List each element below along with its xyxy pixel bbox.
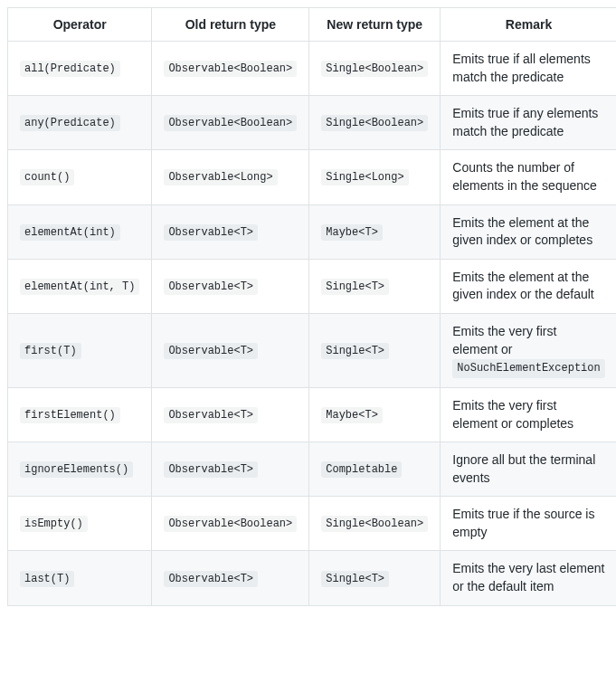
table-row: any(Predicate) Observable<Boolean> Singl…	[8, 96, 617, 150]
cell-new-return: Single<Boolean>	[309, 497, 441, 551]
cell-operator: ignoreElements()	[8, 442, 152, 497]
operator-code: first(T)	[20, 343, 81, 359]
old-return-code: Observable<T>	[164, 343, 258, 359]
remark-text: Counts the number of elements in the seq…	[452, 160, 597, 193]
cell-new-return: Single<Boolean>	[309, 96, 441, 150]
cell-remark: Emits the very first element or complete…	[441, 387, 616, 441]
cell-old-return: Observable<T>	[152, 387, 309, 441]
cell-operator: first(T)	[8, 313, 152, 387]
new-return-code: Single<Boolean>	[321, 61, 428, 77]
old-return-code: Observable<T>	[164, 224, 258, 241]
operator-code: isEmpty()	[20, 516, 88, 532]
remark-text: Emits the very last element or the defau…	[452, 561, 604, 593]
cell-remark: Emits true if the source is empty	[441, 497, 616, 551]
operator-code: ignoreElements()	[20, 461, 133, 478]
cell-new-return: Single<T>	[309, 259, 441, 313]
old-return-code: Observable<Boolean>	[164, 115, 297, 131]
cell-new-return: Single<Long>	[309, 150, 441, 204]
new-return-code: Completable	[321, 461, 402, 478]
cell-new-return: Maybe<T>	[309, 387, 441, 441]
cell-operator: any(Predicate)	[8, 96, 152, 150]
operator-code: any(Predicate)	[20, 115, 120, 131]
cell-new-return: Completable	[309, 442, 441, 497]
new-return-code: Maybe<T>	[321, 407, 383, 423]
cell-old-return: Observable<T>	[152, 204, 309, 259]
header-remark: Remark	[441, 8, 616, 42]
cell-remark: Emits the very last element or the defau…	[441, 551, 616, 605]
cell-operator: last(T)	[8, 551, 152, 605]
remark-text: Emits true if all elements match the pre…	[452, 52, 591, 84]
cell-remark: Emits the very first element or NoSuchEl…	[441, 313, 616, 387]
table-row: last(T) Observable<T> Single<T> Emits th…	[8, 551, 617, 605]
table-row: first(T) Observable<T> Single<T> Emits t…	[8, 313, 617, 387]
cell-remark: Emits the element at the given index or …	[441, 204, 616, 259]
cell-operator: firstElement()	[8, 387, 152, 441]
cell-new-return: Single<T>	[309, 313, 441, 387]
old-return-code: Observable<Boolean>	[164, 516, 297, 532]
remark-text: Emits the very first element or	[452, 324, 556, 356]
cell-old-return: Observable<Boolean>	[152, 96, 309, 150]
operator-code: all(Predicate)	[20, 61, 120, 77]
remark-code: NoSuchElementException	[452, 359, 604, 378]
old-return-code: Observable<Boolean>	[164, 61, 297, 77]
new-return-code: Single<Boolean>	[321, 516, 428, 532]
new-return-code: Single<T>	[321, 571, 389, 587]
table-row: ignoreElements() Observable<T> Completab…	[8, 442, 617, 497]
cell-remark: Emits true if any elements match the pre…	[441, 96, 616, 150]
table-row: all(Predicate) Observable<Boolean> Singl…	[8, 42, 617, 96]
cell-operator: elementAt(int)	[8, 204, 152, 259]
operator-code: firstElement()	[20, 407, 120, 423]
new-return-code: Single<T>	[321, 343, 389, 359]
cell-new-return: Maybe<T>	[309, 204, 441, 259]
remark-text: Emits the element at the given index or …	[452, 215, 592, 248]
cell-old-return: Observable<Boolean>	[152, 42, 309, 96]
cell-old-return: Observable<T>	[152, 259, 309, 313]
table-row: firstElement() Observable<T> Maybe<T> Em…	[8, 387, 617, 441]
cell-old-return: Observable<Long>	[152, 150, 309, 204]
cell-old-return: Observable<T>	[152, 313, 309, 387]
remark-text: Emits the very first element or complete…	[452, 398, 573, 431]
old-return-code: Observable<T>	[164, 461, 258, 478]
operator-code: count()	[20, 169, 74, 185]
cell-remark: Emits true if all elements match the pre…	[441, 42, 616, 96]
table-header-row: Operator Old return type New return type…	[8, 8, 617, 42]
table-row: elementAt(int) Observable<T> Maybe<T> Em…	[8, 204, 617, 259]
cell-new-return: Single<T>	[309, 551, 441, 605]
operator-comparison-table: Operator Old return type New return type…	[7, 7, 616, 606]
cell-operator: all(Predicate)	[8, 42, 152, 96]
table-row: count() Observable<Long> Single<Long> Co…	[8, 150, 617, 204]
cell-remark: Emits the element at the given index or …	[441, 259, 616, 313]
table-row: elementAt(int, T) Observable<T> Single<T…	[8, 259, 617, 313]
remark-text: Ignore all but the terminal events	[452, 452, 595, 485]
cell-old-return: Observable<T>	[152, 442, 309, 497]
header-operator: Operator	[8, 8, 152, 42]
new-return-code: Single<Long>	[321, 169, 408, 185]
header-old-return: Old return type	[152, 8, 309, 42]
operator-code: elementAt(int, T)	[20, 279, 139, 295]
header-new-return: New return type	[309, 8, 441, 42]
operator-code: last(T)	[20, 571, 74, 587]
remark-text: Emits true if any elements match the pre…	[452, 106, 598, 138]
cell-operator: isEmpty()	[8, 497, 152, 551]
cell-new-return: Single<Boolean>	[309, 42, 441, 96]
new-return-code: Single<T>	[321, 279, 389, 295]
old-return-code: Observable<T>	[164, 279, 258, 295]
remark-text: Emits the element at the given index or …	[452, 270, 593, 302]
cell-operator: count()	[8, 150, 152, 204]
remark-text: Emits true if the source is empty	[452, 507, 594, 539]
old-return-code: Observable<T>	[164, 571, 258, 587]
new-return-code: Single<Boolean>	[321, 115, 428, 131]
table-row: isEmpty() Observable<Boolean> Single<Boo…	[8, 497, 617, 551]
old-return-code: Observable<Long>	[164, 169, 277, 185]
cell-remark: Ignore all but the terminal events	[441, 442, 616, 497]
old-return-code: Observable<T>	[164, 407, 258, 423]
operator-code: elementAt(int)	[20, 224, 120, 241]
cell-operator: elementAt(int, T)	[8, 259, 152, 313]
cell-old-return: Observable<T>	[152, 551, 309, 605]
cell-old-return: Observable<Boolean>	[152, 497, 309, 551]
new-return-code: Maybe<T>	[321, 224, 383, 241]
cell-remark: Counts the number of elements in the seq…	[441, 150, 616, 204]
